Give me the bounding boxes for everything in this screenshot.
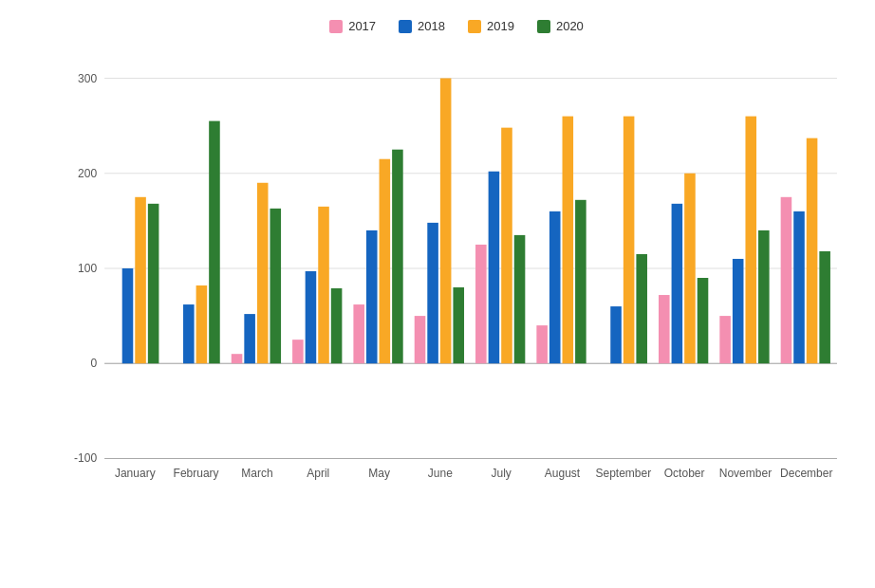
chart-svg: -1000100200300JanuaryFebruaryMarchAprilM… <box>57 48 856 507</box>
chart-container: 2017201820192020 -1000100200300JanuaryFe… <box>0 0 875 588</box>
legend-label-2020: 2020 <box>556 19 584 33</box>
chart-legend: 2017201820192020 <box>57 19 856 33</box>
bar-2019-September <box>624 117 635 364</box>
bar-2019-June <box>440 79 452 364</box>
x-label-December: December <box>780 468 832 481</box>
svg-text:0: 0 <box>90 357 97 370</box>
svg-text:300: 300 <box>78 72 97 85</box>
svg-text:200: 200 <box>78 167 97 180</box>
bar-2020-October <box>698 278 709 363</box>
bar-2019-January <box>135 197 146 363</box>
chart-area: -1000100200300JanuaryFebruaryMarchAprilM… <box>57 48 856 507</box>
bar-2019-July <box>501 128 512 364</box>
bar-2020-May <box>392 150 403 364</box>
legend-color-2018 <box>399 20 412 33</box>
x-label-May: May <box>368 468 390 481</box>
bar-2018-August <box>549 211 561 363</box>
bar-2018-December <box>793 211 805 363</box>
bar-2018-October <box>672 204 683 363</box>
bar-2020-January <box>148 204 159 363</box>
bar-2017-June <box>415 316 426 363</box>
legend-color-2017 <box>329 20 343 33</box>
legend-label-2019: 2019 <box>487 19 514 33</box>
x-label-July: July <box>492 468 512 481</box>
bar-2018-June <box>427 223 438 363</box>
bar-2017-March <box>232 354 243 363</box>
bar-2017-May <box>353 304 364 363</box>
bar-2018-March <box>244 314 255 363</box>
bar-2020-September <box>636 254 647 363</box>
bar-2019-February <box>196 285 208 363</box>
x-label-October: October <box>664 468 705 481</box>
bar-2019-August <box>563 117 574 364</box>
legend-color-2020 <box>537 20 550 33</box>
bar-2019-October <box>684 174 696 363</box>
bar-2017-November <box>719 316 731 363</box>
bar-2018-May <box>366 230 378 363</box>
bar-2019-December <box>807 138 818 364</box>
legend-label-2018: 2018 <box>418 19 445 33</box>
bar-2017-December <box>781 197 792 363</box>
bar-2017-October <box>659 295 670 363</box>
bar-2017-April <box>292 340 304 363</box>
bar-2018-July <box>489 172 500 363</box>
bar-2020-August <box>575 200 586 363</box>
bar-2018-September <box>610 306 622 363</box>
bar-2018-February <box>183 304 195 363</box>
bar-2020-April <box>331 288 343 363</box>
legend-color-2019 <box>468 20 481 33</box>
legend-item-2020: 2020 <box>537 19 584 33</box>
svg-text:-100: -100 <box>74 451 97 465</box>
bar-2019-May <box>380 159 391 364</box>
bar-2018-November <box>733 259 744 363</box>
bar-2020-March <box>270 209 281 363</box>
legend-item-2017: 2017 <box>329 19 376 33</box>
bar-2017-July <box>475 245 487 363</box>
svg-text:100: 100 <box>78 262 97 275</box>
legend-item-2019: 2019 <box>468 19 514 33</box>
bar-2019-March <box>257 183 269 363</box>
bar-2020-November <box>758 230 770 363</box>
x-label-January: January <box>115 468 156 481</box>
x-label-April: April <box>307 468 329 481</box>
x-label-February: February <box>174 468 219 481</box>
bar-2019-November <box>745 117 756 364</box>
legend-item-2018: 2018 <box>399 19 445 33</box>
legend-label-2017: 2017 <box>348 19 376 33</box>
bar-2018-April <box>306 271 317 363</box>
x-label-March: March <box>241 468 272 481</box>
x-label-June: June <box>428 468 453 481</box>
x-label-August: August <box>545 468 581 481</box>
bar-2019-April <box>318 207 329 363</box>
bar-2017-August <box>536 325 548 363</box>
bar-2020-July <box>514 235 526 363</box>
bar-2020-June <box>453 287 464 363</box>
x-label-November: November <box>719 468 772 481</box>
x-label-September: September <box>595 468 651 481</box>
bar-2020-February <box>209 121 220 364</box>
bar-2020-December <box>819 251 830 363</box>
bar-2018-January <box>122 268 134 363</box>
